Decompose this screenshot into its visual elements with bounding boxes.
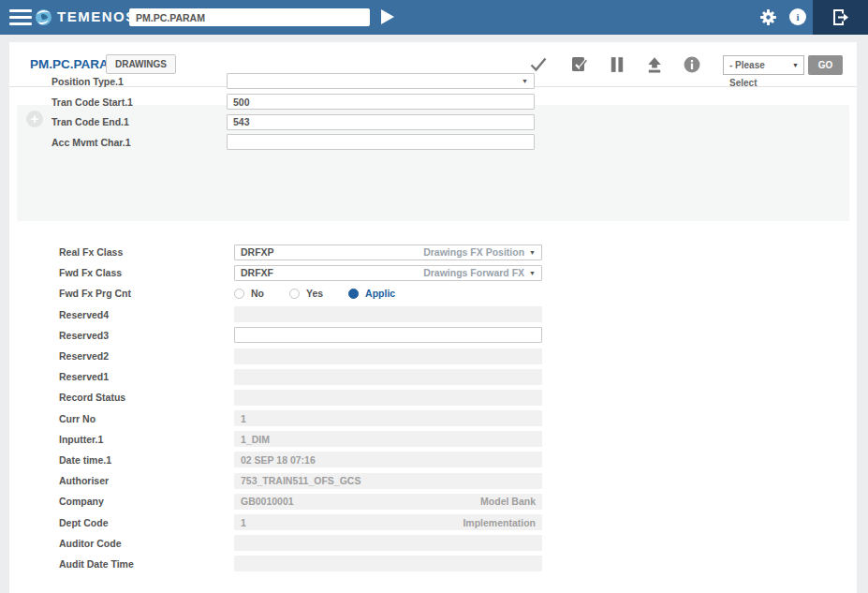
field-select-position-type-1[interactable]: ▼ bbox=[227, 73, 535, 89]
field-label-company: Company bbox=[59, 496, 234, 507]
field-readonly-company: GB0010001Model Bank bbox=[234, 494, 542, 510]
chevron-down-icon: ▼ bbox=[522, 78, 528, 84]
brand-name: TEMENOS bbox=[57, 8, 137, 24]
field-row: Position Type.1▼ bbox=[51, 71, 834, 92]
field-label-fwd-fx-class: Fwd Fx Class bbox=[59, 267, 234, 278]
field-input-reserved3[interactable] bbox=[234, 327, 542, 343]
field-value: 1 bbox=[241, 517, 246, 528]
temenos-globe-icon bbox=[35, 8, 52, 26]
field-readonly-auditor-code bbox=[234, 535, 542, 551]
field-label-reserved3: Reserved3 bbox=[59, 330, 234, 341]
field-label-inputter-1: Inputter.1 bbox=[59, 434, 234, 445]
field-input-tran-code-end-1[interactable] bbox=[227, 114, 535, 130]
field-row: Dept Code1Implementation bbox=[59, 511, 849, 532]
field-readonly-audit-date-time bbox=[234, 556, 542, 571]
field-input-tran-code-start-1[interactable] bbox=[227, 94, 535, 110]
field-enrichment: Model Bank bbox=[480, 496, 536, 507]
field-select-fwd-fx-class[interactable]: DRFXFDrawings Forward FX▼ bbox=[234, 265, 542, 281]
radio-circle-icon bbox=[289, 289, 300, 299]
field-label-real-fx-class: Real Fx Class bbox=[59, 246, 234, 258]
field-row: Reserved3 bbox=[59, 325, 849, 346]
field-label-audit-date-time: Audit Date Time bbox=[59, 558, 234, 570]
field-row: Authoriser753_TRAIN511_OFS_GCS bbox=[59, 470, 849, 491]
field-readonly-dept-code: 1Implementation bbox=[234, 514, 542, 530]
field-row: Curr No1 bbox=[59, 408, 849, 429]
run-command-icon[interactable] bbox=[381, 9, 394, 24]
field-readonly-date-time-1: 02 SEP 18 07:16 bbox=[234, 452, 542, 467]
field-label-tran-code-start-1: Tran Code Start.1 bbox=[51, 96, 227, 108]
radio-label: Yes bbox=[306, 288, 323, 299]
field-label-reserved2: Reserved2 bbox=[59, 350, 234, 362]
field-row: Reserved4 bbox=[59, 304, 849, 325]
field-row: Reserved1 bbox=[59, 366, 849, 387]
field-row: CompanyGB0010001Model Bank bbox=[59, 491, 849, 511]
field-label-record-status: Record Status bbox=[59, 392, 234, 403]
field-label-fwd-fx-prg-cnt: Fwd Fx Prg Cnt bbox=[59, 288, 234, 299]
field-enrichment: Drawings FX Position bbox=[423, 246, 524, 258]
help-info-icon[interactable]: i bbox=[789, 8, 806, 25]
field-label-dept-code: Dept Code bbox=[59, 517, 234, 528]
field-readonly-authoriser: 753_TRAIN511_OFS_GCS bbox=[234, 473, 542, 489]
field-row: Audit Date Time bbox=[59, 554, 849, 574]
field-label-acc-mvmt-char-1: Acc Mvmt Char.1 bbox=[51, 137, 227, 148]
field-enrichment: Drawings Forward FX bbox=[423, 267, 524, 278]
record-panel: PM.PC.PARAM DRAWINGS - Please Select ▼ G… bbox=[9, 42, 857, 593]
radio-group-fwd-fx-prg-cnt: NoYesApplic bbox=[234, 288, 420, 299]
signoff-button[interactable] bbox=[813, 0, 868, 35]
field-readonly-reserved1 bbox=[234, 369, 542, 385]
field-row: Tran Code End.1 bbox=[51, 111, 834, 132]
add-multivalue-icon[interactable]: + bbox=[26, 111, 43, 127]
field-row: Real Fx ClassDRFXPDrawings FX Position▼ bbox=[59, 242, 849, 262]
field-row: Fwd Fx Prg CntNoYesApplic bbox=[59, 283, 849, 304]
field-row: Date time.102 SEP 18 07:16 bbox=[59, 450, 849, 470]
field-value: 753_TRAIN511_OFS_GCS bbox=[241, 475, 360, 486]
field-enrichment: Implementation bbox=[463, 517, 536, 528]
field-readonly-inputter-1: 1_DIM bbox=[234, 431, 542, 447]
field-value: 1_DIM bbox=[241, 434, 270, 445]
radio-option-no[interactable]: No bbox=[234, 288, 264, 299]
field-value: 02 SEP 18 07:16 bbox=[241, 454, 316, 466]
field-label-date-time-1: Date time.1 bbox=[59, 454, 234, 466]
field-readonly-curr-no: 1 bbox=[234, 410, 542, 426]
command-line-input[interactable] bbox=[129, 8, 370, 26]
field-label-auditor-code: Auditor Code bbox=[59, 538, 234, 549]
field-input-acc-mvmt-char-1[interactable] bbox=[227, 134, 535, 150]
field-row: Inputter.11_DIM bbox=[59, 429, 849, 450]
chevron-down-icon: ▼ bbox=[529, 270, 536, 276]
radio-label: No bbox=[251, 288, 264, 299]
logout-icon bbox=[831, 8, 850, 26]
hamburger-menu-icon[interactable] bbox=[9, 9, 32, 25]
radio-circle-icon bbox=[348, 289, 359, 299]
field-readonly-reserved4 bbox=[234, 306, 542, 322]
field-value: 1 bbox=[241, 413, 246, 424]
field-label-reserved1: Reserved1 bbox=[59, 371, 234, 382]
app-header: TEMENOS i bbox=[0, 0, 868, 35]
field-readonly-record-status bbox=[234, 390, 542, 406]
radio-circle-icon bbox=[234, 289, 244, 299]
settings-gear-icon[interactable] bbox=[759, 8, 777, 26]
field-value: DRFXP bbox=[241, 246, 274, 258]
field-label-authoriser: Authoriser bbox=[59, 475, 234, 486]
chevron-down-icon: ▼ bbox=[529, 249, 536, 256]
radio-label: Applic bbox=[365, 288, 395, 299]
group-field-rows: Position Type.1▼Tran Code Start.1Tran Co… bbox=[51, 71, 834, 153]
field-label-tran-code-end-1: Tran Code End.1 bbox=[51, 116, 227, 127]
field-readonly-reserved2 bbox=[234, 348, 542, 364]
field-value: GB0010001 bbox=[241, 496, 294, 507]
field-row: Tran Code Start.1 bbox=[51, 92, 834, 112]
radio-option-applic[interactable]: Applic bbox=[348, 288, 395, 299]
field-label-position-type-1: Position Type.1 bbox=[51, 76, 227, 87]
field-value: DRFXF bbox=[241, 267, 273, 278]
field-label-reserved4: Reserved4 bbox=[59, 309, 234, 320]
radio-option-yes[interactable]: Yes bbox=[289, 288, 323, 299]
field-row: Acc Mvmt Char.1 bbox=[51, 132, 834, 153]
field-row: Auditor Code bbox=[59, 533, 849, 554]
field-row: Reserved2 bbox=[59, 346, 849, 366]
main-field-rows: Real Fx ClassDRFXPDrawings FX Position▼F… bbox=[59, 242, 849, 574]
field-label-curr-no: Curr No bbox=[59, 413, 234, 424]
field-row: Record Status bbox=[59, 387, 849, 408]
field-row: Fwd Fx ClassDRFXFDrawings Forward FX▼ bbox=[59, 262, 849, 283]
field-select-real-fx-class[interactable]: DRFXPDrawings FX Position▼ bbox=[234, 245, 542, 260]
